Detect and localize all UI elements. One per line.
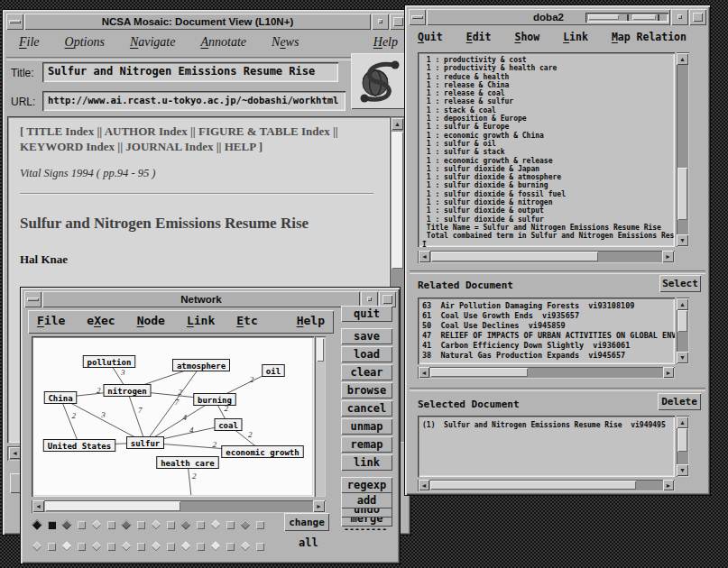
diamond-toggle[interactable] — [91, 519, 101, 529]
menu-item-annotate[interactable]: Annotate — [200, 35, 246, 55]
index-links-line1[interactable]: [ TITLE Index || AUTHOR Index || FIGURE … — [20, 124, 375, 139]
canvas-hscrollbar[interactable]: ◄ ► — [32, 500, 326, 513]
scrollbar-thumb[interactable] — [677, 168, 687, 220]
mosaic-logo[interactable] — [351, 53, 407, 109]
diamond-toggle[interactable] — [210, 519, 220, 529]
diamond-toggle[interactable] — [61, 519, 71, 529]
menu-item-help[interactable]: Help — [297, 314, 325, 327]
terms-textarea[interactable]: 1 : productivity & cost 1 : productivity… — [418, 52, 675, 247]
browse-button[interactable]: browse — [341, 382, 392, 399]
unmap-button[interactable]: unmap — [341, 418, 392, 435]
index-links-line2[interactable]: KEYWORD Index || JOURNAL Index || HELP ] — [20, 139, 375, 154]
menu-item-link[interactable]: Link — [563, 31, 588, 47]
menu-item-file[interactable]: File — [37, 314, 65, 327]
scroll-right-arrow[interactable]: ► — [663, 480, 674, 490]
graph-canvas[interactable]: 332227723424222pollutionatmosphereoilnit… — [32, 336, 314, 497]
diamond-toggle[interactable] — [240, 541, 250, 551]
scrollbar-thumb[interactable] — [677, 310, 687, 332]
related-list[interactable]: 63 Air Pollution Damaging Forests vi9310… — [418, 298, 675, 364]
scroll-down-arrow[interactable]: ▼ — [677, 464, 688, 476]
diamond-toggle[interactable] — [61, 541, 71, 551]
selected-list[interactable]: (1) Sulfur and Nitrogen Emissions Resume… — [418, 416, 675, 477]
square-toggle[interactable] — [167, 543, 175, 551]
menu-item-navigate[interactable]: Navigate — [130, 35, 176, 55]
diamond-toggle[interactable] — [240, 519, 250, 529]
maximize-button[interactable] — [689, 9, 706, 25]
menu-item-edit[interactable]: Edit — [466, 31, 492, 47]
mosaic-titlebar[interactable]: NCSA Mosaic: Document View (L10N+) — [6, 14, 407, 30]
diamond-toggle[interactable] — [151, 541, 161, 551]
diamond-toggle[interactable] — [210, 541, 220, 551]
menu-item-help[interactable]: Help — [373, 35, 398, 50]
list-line[interactable]: (1) Sulfur and Nitrogen Emissions Resume… — [422, 420, 675, 430]
change-button[interactable]: change — [284, 513, 329, 531]
titlebar-gauge[interactable] — [585, 13, 668, 23]
menu-item-etc[interactable]: Etc — [236, 314, 257, 327]
square-toggle[interactable] — [226, 521, 235, 529]
select-button[interactable]: Select — [659, 275, 701, 292]
scroll-up-arrow[interactable]: ▲ — [677, 298, 688, 310]
list-line[interactable]: 63 Air Pollution Damaging Forests vi9310… — [422, 301, 675, 311]
load-button[interactable]: load — [341, 346, 392, 362]
scroll-left-arrow[interactable]: ◄ — [419, 251, 430, 262]
minimize-button[interactable] — [372, 14, 389, 30]
minimize-button[interactable] — [671, 9, 688, 25]
diamond-toggle[interactable] — [32, 541, 41, 551]
scroll-right-arrow[interactable]: ► — [313, 500, 325, 512]
quit-button[interactable]: quit — [341, 306, 392, 322]
title-input[interactable]: Sulfur and Nitrogen Emissions Resume Ris… — [42, 62, 338, 82]
list-line[interactable]: 61 Coal Use Growth Ends vi935657 — [422, 311, 675, 321]
scrollbar-thumb[interactable] — [431, 252, 598, 261]
window-menu-button[interactable] — [24, 291, 41, 307]
square-toggle[interactable] — [78, 543, 86, 551]
terms-hscrollbar[interactable]: ◄ ► — [418, 251, 675, 263]
square-toggle[interactable] — [137, 543, 145, 551]
square-toggle[interactable] — [197, 543, 205, 551]
square-toggle[interactable] — [137, 521, 145, 529]
terms-vscrollbar[interactable]: ▲ ▼ — [677, 52, 689, 247]
clear-button[interactable]: clear — [341, 364, 392, 380]
menu-item-exec[interactable]: eXec — [87, 314, 115, 327]
all-label[interactable]: all — [299, 536, 318, 549]
scrollbar-thumb[interactable] — [430, 368, 528, 377]
diamond-toggle[interactable] — [121, 519, 131, 529]
index-links[interactable]: [ TITLE Index || AUTHOR Index || FIGURE … — [20, 124, 375, 154]
scroll-down-arrow[interactable]: ▼ — [677, 352, 688, 363]
diamond-toggle[interactable] — [180, 519, 190, 529]
diamond-toggle[interactable] — [121, 541, 131, 551]
link-button[interactable]: link — [341, 454, 392, 471]
menu-item-options[interactable]: Options — [65, 35, 105, 55]
scrollbar-thumb[interactable] — [677, 428, 687, 452]
scroll-up-arrow[interactable]: ▲ — [392, 118, 403, 130]
list-line[interactable]: 50 Coal Use Declines vi945859 — [422, 321, 675, 331]
scroll-up-arrow[interactable]: ▲ — [677, 417, 688, 428]
doba2-titlebar[interactable]: doba2 — [409, 9, 706, 25]
square-toggle[interactable] — [107, 543, 115, 551]
save-button[interactable]: save — [341, 328, 392, 344]
square-toggle[interactable] — [226, 543, 235, 551]
scroll-up-arrow[interactable]: ▲ — [677, 53, 688, 65]
scrollbar-thumb[interactable] — [392, 132, 403, 269]
list-line[interactable]: 38 Natural Gas Production Expands vi9456… — [422, 351, 675, 361]
related-vscrollbar[interactable]: ▲ ▼ — [677, 298, 689, 364]
canvas-vscrollbar[interactable] — [315, 336, 326, 497]
delete-button[interactable]: Delete — [658, 393, 701, 410]
scroll-left-arrow[interactable]: ◄ — [419, 367, 429, 378]
list-line[interactable]: 47 RELIEF OF IMPACTS OF URBAN ACTIVITIES… — [422, 331, 675, 341]
remap-button[interactable]: remap — [341, 436, 392, 453]
menu-item-show[interactable]: Show — [514, 31, 539, 47]
scroll-right-arrow[interactable]: ► — [662, 251, 674, 262]
add-button[interactable]: add — [341, 492, 392, 508]
window-menu-button[interactable] — [409, 9, 426, 25]
square-toggle[interactable] — [78, 521, 86, 529]
scroll-left-arrow[interactable]: ◄ — [419, 480, 429, 490]
menu-item-help[interactable]: Help — [297, 314, 325, 327]
scrollbar-thumb[interactable] — [430, 481, 636, 490]
square-toggle[interactable] — [256, 521, 264, 529]
menu-item-file[interactable]: File — [19, 35, 40, 55]
square-toggle[interactable] — [167, 521, 175, 529]
diamond-toggle[interactable] — [32, 519, 41, 529]
scroll-right-arrow[interactable]: ► — [663, 367, 674, 378]
selected-vscrollbar[interactable]: ▲ ▼ — [677, 416, 689, 477]
selected-hscrollbar[interactable]: ◄ ► — [418, 480, 675, 491]
